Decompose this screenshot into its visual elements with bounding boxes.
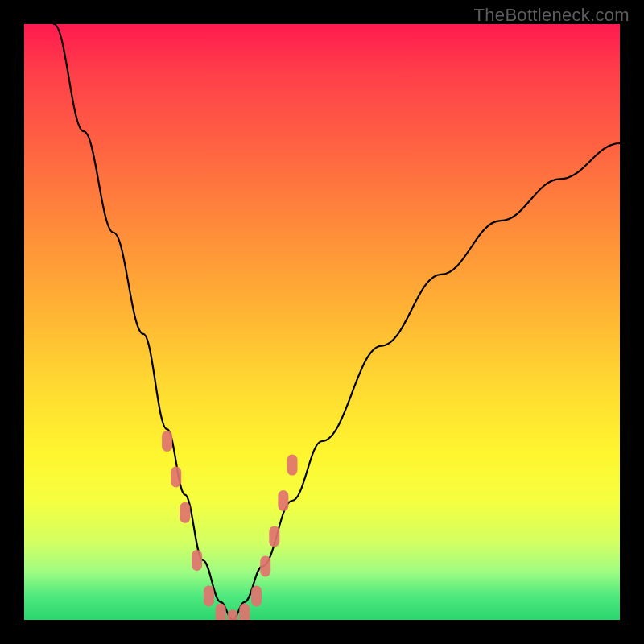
marker-dot	[162, 431, 172, 452]
bottleneck-curve-line	[54, 24, 620, 620]
marker-dot	[204, 585, 214, 606]
watermark-text: TheBottleneck.com	[474, 5, 630, 26]
marker-dot	[287, 455, 298, 476]
marker-dot	[260, 555, 270, 576]
optimal-range-markers	[162, 431, 297, 620]
marker-dot	[269, 526, 279, 547]
marker-dot	[180, 502, 190, 523]
marker-dot	[192, 550, 202, 571]
marker-dot	[228, 609, 238, 620]
marker-dot	[171, 466, 181, 487]
chart-frame: TheBottleneck.com	[0, 0, 644, 644]
marker-dot	[239, 604, 250, 620]
chart-svg	[24, 24, 620, 620]
marker-dot	[278, 490, 288, 511]
marker-dot	[216, 604, 226, 620]
plot-area	[24, 24, 620, 620]
marker-dot	[251, 585, 262, 606]
